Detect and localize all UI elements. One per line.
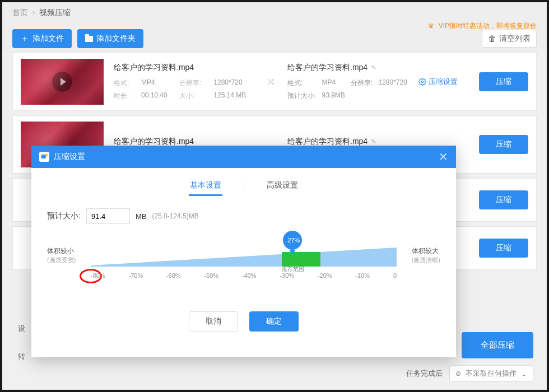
modal-title: 压缩设置 xyxy=(54,152,85,162)
svg-marker-3 xyxy=(91,248,397,267)
video-thumbnail[interactable] xyxy=(21,59,104,105)
compress-button[interactable]: 压缩 xyxy=(479,190,528,209)
format-label: 格式: xyxy=(114,78,137,88)
estimated-size-row: 预计大小: MB (25.0-124.5)MB xyxy=(31,196,456,224)
tab-basic[interactable]: 基本设置 xyxy=(189,177,222,196)
truncated-label-2: 转 xyxy=(18,352,25,362)
compress-button[interactable]: 压缩 xyxy=(479,239,528,258)
ban-icon: ⊘ xyxy=(455,370,461,377)
target-filename: 给客户的学习资料.mp4 xyxy=(287,63,367,73)
breadcrumb-home[interactable]: 首页 xyxy=(12,8,28,17)
add-file-button[interactable]: ＋ 添加文件 xyxy=(12,29,72,48)
format-value: MP4 xyxy=(141,78,175,88)
add-file-label: 添加文件 xyxy=(32,34,64,44)
est-size-input[interactable] xyxy=(86,208,130,224)
compress-all-button[interactable]: 全部压缩 xyxy=(462,332,533,358)
add-folder-button[interactable]: 添加文件夹 xyxy=(77,29,143,48)
tick: -10% xyxy=(355,272,370,279)
vip-banner[interactable]: ♛ VIP限时特惠活动，即将恢复原价 xyxy=(428,21,537,31)
est-size-label: 预计大小: xyxy=(47,211,81,221)
footer-actions: 全部压缩 xyxy=(462,332,533,358)
vip-banner-text: VIP限时特惠活动，即将恢复原价 xyxy=(439,22,537,30)
est-size-unit: MB xyxy=(136,212,147,221)
swap-icon[interactable]: ⤭ xyxy=(264,76,277,88)
t-resolution-value: 1280*720 xyxy=(378,78,408,88)
breadcrumb-separator: › xyxy=(32,8,35,17)
file-row: 给客户的学习资料.mp4 格式:MP4 分辨率:1280*720 时长:00:1… xyxy=(12,53,537,111)
truncated-label-1: 设 xyxy=(18,324,25,334)
chevron-down-icon: ⌄ xyxy=(521,370,527,378)
resolution-label: 分辨率: xyxy=(179,78,209,88)
cancel-button[interactable]: 取消 xyxy=(189,311,238,332)
tick: -80% xyxy=(91,272,105,279)
close-icon[interactable]: ✕ xyxy=(439,150,448,164)
slider-handle[interactable]: -27% xyxy=(283,231,302,254)
size-value: 125.14 MB xyxy=(213,91,254,101)
after-done-label: 任务完成后 xyxy=(406,368,443,379)
modal-app-icon xyxy=(39,152,49,162)
modal-tabs: 基本设置 高级设置 xyxy=(31,177,456,196)
after-done-dropdown[interactable]: ⊘ 不采取任何操作 ⌄ xyxy=(449,365,533,382)
source-filename: 给客户的学习资料.mp4 xyxy=(114,63,254,73)
compress-settings-link[interactable]: 压缩设置 xyxy=(418,77,469,87)
tick: 0 xyxy=(393,272,397,279)
source-column: 给客户的学习资料.mp4 格式:MP4 分辨率:1280*720 时长:00:1… xyxy=(114,63,254,101)
compress-settings-label: 压缩设置 xyxy=(429,77,458,87)
slider-min-label: 体积较小(画质受损) xyxy=(47,246,76,264)
t-resolution-label: 分辨率: xyxy=(351,78,374,88)
compression-slider: 体积较小(画质受损) 体积较大(画质清晰) 推荐范围 -27% -80% -70… xyxy=(47,240,440,301)
slider-wedge xyxy=(91,248,397,267)
size-label: 大小: xyxy=(179,91,209,101)
edit-name-icon[interactable]: ✎ xyxy=(371,138,376,146)
svg-point-2 xyxy=(45,154,48,157)
add-folder-label: 添加文件夹 xyxy=(96,34,136,44)
tick: -50% xyxy=(204,272,218,279)
crown-icon: ♛ xyxy=(428,22,434,30)
t-estsize-label: 预计大小: xyxy=(287,91,317,101)
play-icon xyxy=(52,72,72,92)
duration-label: 时长: xyxy=(114,91,137,101)
compress-button[interactable]: 压缩 xyxy=(479,135,528,154)
plus-icon: ＋ xyxy=(20,34,29,43)
folder-icon xyxy=(85,36,93,42)
svg-point-0 xyxy=(421,81,424,83)
clear-list-button[interactable]: 🗑 清空列表 xyxy=(482,30,537,48)
gear-icon xyxy=(418,78,426,86)
clear-list-label: 清空列表 xyxy=(499,34,531,44)
slider-value-bubble: -27% xyxy=(283,231,302,250)
resolution-value: 1280*720 xyxy=(213,78,254,88)
target-column: 给客户的学习资料.mp4 ✎ 格式:MP4 分辨率:1280*720 预计大小:… xyxy=(287,63,408,101)
footer-options: 任务完成后 ⊘ 不采取任何操作 ⌄ xyxy=(406,365,533,382)
edit-name-icon[interactable]: ✎ xyxy=(371,64,376,72)
ok-button[interactable]: 确定 xyxy=(249,311,299,332)
duration-value: 00:10:40 xyxy=(141,91,175,101)
modal-titlebar: 压缩设置 ✕ xyxy=(31,146,456,168)
compress-button[interactable]: 压缩 xyxy=(479,72,528,91)
slider-track[interactable]: 推荐范围 -27% -80% -70% -60% -50% -40% -30% … xyxy=(91,240,397,279)
t-format-label: 格式: xyxy=(287,78,317,88)
tick: -20% xyxy=(318,272,332,279)
tick: -30% xyxy=(280,272,294,279)
t-estsize-value: 93.9MB xyxy=(322,91,346,101)
breadcrumb-current: 视频压缩 xyxy=(39,8,71,17)
trash-icon: 🗑 xyxy=(488,34,496,43)
slider-ticks: -80% -70% -60% -50% -40% -30% -20% -10% … xyxy=(91,272,397,279)
compress-settings-modal: 压缩设置 ✕ 基本设置 高级设置 预计大小: MB (25.0-124.5)MB… xyxy=(31,146,456,357)
breadcrumb: 首页 › 视频压缩 xyxy=(2,2,547,22)
modal-actions: 取消 确定 xyxy=(31,311,456,332)
after-done-value: 不采取任何操作 xyxy=(466,368,517,379)
tick: -60% xyxy=(166,272,181,279)
tab-divider xyxy=(244,182,244,191)
app-window: 首页 › 视频压缩 ♛ VIP限时特惠活动，即将恢复原价 ＋ 添加文件 添加文件… xyxy=(2,2,547,390)
tab-advanced[interactable]: 高级设置 xyxy=(266,177,299,196)
t-format-value: MP4 xyxy=(322,78,346,88)
slider-max-label: 体积较大(画质清晰) xyxy=(412,246,440,264)
est-size-range: (25.0-124.5)MB xyxy=(152,212,198,220)
tick: -40% xyxy=(242,272,257,279)
tick: -70% xyxy=(128,272,143,279)
